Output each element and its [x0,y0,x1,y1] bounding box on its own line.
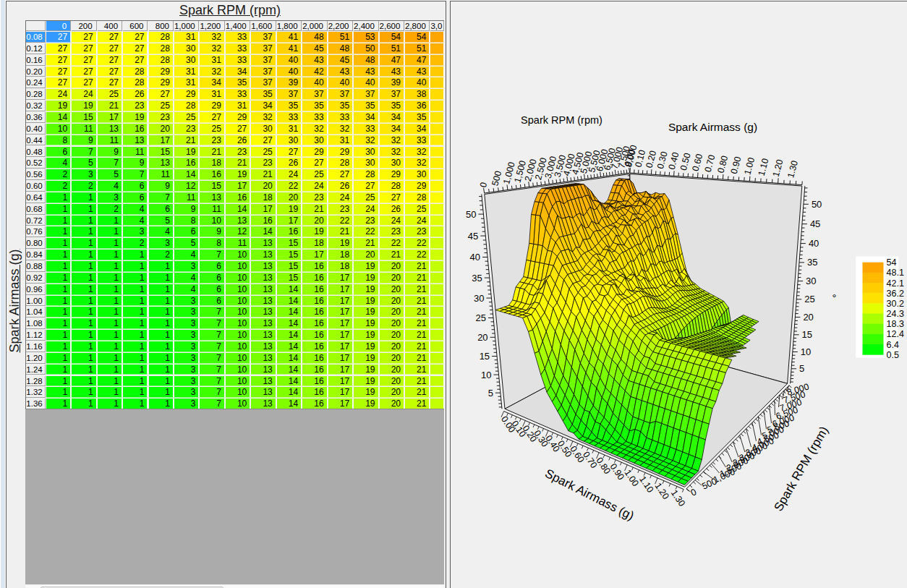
svg-text:18.3: 18.3 [886,319,903,329]
svg-text:20: 20 [803,312,813,323]
svg-text:1.30: 1.30 [668,488,686,508]
svg-text:0.5: 0.5 [886,350,898,360]
svg-text:5: 5 [487,388,493,399]
svg-text:Spark RPM (rpm): Spark RPM (rpm) [771,424,831,514]
svg-text:1.10: 1.10 [756,158,770,177]
svg-text:5: 5 [799,363,804,374]
svg-text:0.70: 0.70 [702,153,717,173]
svg-text:36.2: 36.2 [886,289,903,299]
svg-text:40: 40 [808,238,818,249]
svg-text:Spark Airmass (g): Spark Airmass (g) [668,121,757,133]
svg-text:12.4: 12.4 [886,329,903,339]
svg-text:54: 54 [886,257,896,268]
svg-text:Spark RPM (rpm): Spark RPM (rpm) [521,114,602,126]
svg-text:1.10: 1.10 [637,474,655,495]
svg-text:0: 0 [477,181,488,188]
svg-text:15: 15 [479,351,489,362]
svg-text:48.1: 48.1 [886,268,903,278]
svg-text:25: 25 [804,294,814,304]
svg-text:500: 500 [490,170,503,187]
svg-text:35: 35 [472,273,482,284]
svg-text:10: 10 [481,370,491,380]
svg-text:30: 30 [473,293,483,304]
svg-text:40: 40 [469,252,480,263]
svg-text:1.20: 1.20 [652,481,670,501]
svg-text:30.2: 30.2 [886,299,903,309]
svg-text:0.90: 0.90 [608,461,626,482]
svg-text:45: 45 [809,218,819,229]
svg-text:24.3: 24.3 [886,309,903,319]
svg-text:50: 50 [811,199,821,210]
svg-text:30: 30 [806,276,816,286]
svg-text:1.30: 1.30 [785,159,800,179]
svg-text:15: 15 [801,329,812,340]
svg-text:0.80: 0.80 [715,155,730,174]
svg-text:1.00: 1.00 [742,156,757,176]
svg-text:1.00: 1.00 [622,468,640,488]
svg-text:25: 25 [475,312,485,323]
svg-text:10: 10 [800,346,810,357]
svg-text:°: ° [832,291,836,304]
svg-text:6.4: 6.4 [886,340,898,350]
svg-text:0: 0 [689,487,697,498]
svg-text:35: 35 [807,257,817,268]
svg-text:0.90: 0.90 [728,155,743,175]
svg-text:1.20: 1.20 [770,158,785,178]
svg-text:20: 20 [477,332,487,343]
svg-text:42.1: 42.1 [886,278,903,289]
svg-text:45: 45 [467,231,477,242]
svg-text:50: 50 [465,209,475,220]
